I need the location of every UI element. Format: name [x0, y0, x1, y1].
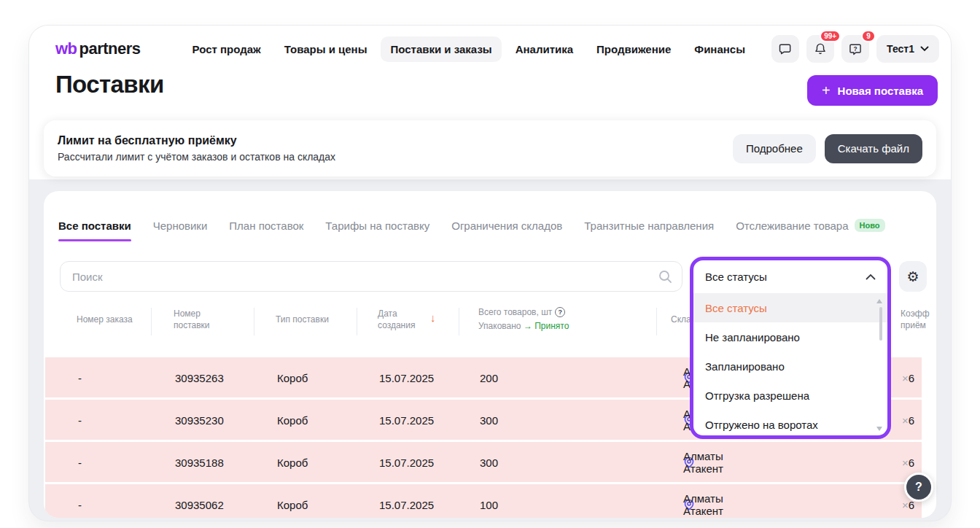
banner-subtitle: Рассчитали лимит с учётом заказов и оста…: [58, 151, 335, 163]
cell-date-created: 15.07.2025: [379, 414, 434, 426]
page-title: Поставки: [55, 71, 164, 98]
column-header-supply: Номер поставки: [174, 308, 225, 331]
brand-logo[interactable]: wb partners: [55, 39, 141, 58]
status-option[interactable]: Отгружено на воротах: [693, 410, 887, 439]
cell-warehouse: Алматы Атакент: [683, 499, 695, 510]
column-header-coefficient: Коэфф приём: [901, 308, 936, 331]
tab[interactable]: Тарифы на поставку: [325, 219, 429, 241]
banner-text: Лимит на бесплатную приёмку Рассчитали л…: [58, 134, 335, 163]
cell-order-number: -: [78, 414, 82, 426]
cell-date-created: 15.07.2025: [379, 371, 434, 384]
chevron-down-icon: [920, 46, 929, 52]
cell-supply-number: 30935263: [175, 371, 224, 384]
banner-title: Лимит на бесплатную приёмку: [58, 134, 335, 147]
chat-button[interactable]: [771, 35, 799, 63]
tab[interactable]: Ограничения складов: [451, 219, 562, 241]
search-icon: [658, 269, 672, 284]
new-supply-button[interactable]: + Новая поставка: [807, 75, 938, 106]
arrow-right-icon: →: [524, 321, 532, 331]
column-header-type: Тип поставки: [276, 314, 329, 325]
header-divider: [656, 308, 657, 335]
header-divider: [254, 308, 254, 335]
cell-total-items: 200: [480, 371, 498, 384]
table-row[interactable]: - 30935062 Короб 15.07.2025 100 Алматы А…: [45, 484, 922, 518]
status-option[interactable]: Не запланировано: [693, 322, 887, 352]
column-header-total: Всего товаров, шт? Упаковано → Принято: [478, 306, 569, 332]
supplies-card: Все поставкиЧерновикиПлан поставокТарифы…: [44, 191, 936, 518]
search-input[interactable]: [60, 261, 682, 292]
tab[interactable]: План поставок: [229, 219, 303, 241]
app-container: wb partners Рост продажТовары и ценыПост…: [29, 26, 951, 521]
sort-desc-icon[interactable]: ↓: [430, 311, 436, 324]
cell-acceptance-coefficient: ×6: [902, 456, 914, 468]
nav-item[interactable]: Финансы: [685, 36, 755, 62]
status-option[interactable]: Запланировано: [693, 352, 887, 381]
cell-supply-type: Короб: [277, 456, 308, 468]
table-row[interactable]: - 30935188 Короб 15.07.2025 300 Алматы А…: [45, 442, 922, 482]
column-header-date[interactable]: Дата создания: [378, 308, 424, 331]
cell-order-number: -: [78, 456, 82, 468]
cell-supply-type: Короб: [277, 498, 308, 510]
logo-wb: wb: [55, 39, 77, 58]
column-header-order: Номер заказа: [77, 314, 133, 325]
nav-item[interactable]: Товары и цены: [275, 36, 377, 62]
notifications-button[interactable]: 99+: [806, 35, 834, 63]
chat-icon: [778, 42, 793, 56]
cell-supply-number: 30935062: [175, 498, 224, 510]
cell-total-items: 300: [480, 456, 498, 468]
warehouse-name: Алматы Атакент: [683, 492, 723, 517]
status-selected-value: Все статусы: [705, 271, 767, 283]
header-divider: [459, 308, 459, 335]
topbar-actions: 99+ ? 9 Тест1: [771, 35, 939, 63]
cell-supply-type: Короб: [277, 414, 308, 426]
support-button[interactable]: ? 9: [841, 35, 869, 63]
nav-item[interactable]: Аналитика: [506, 36, 583, 62]
cell-supply-number: 30935230: [175, 414, 224, 426]
header-divider: [151, 308, 152, 335]
bell-icon: [813, 42, 828, 56]
help-fab-button[interactable]: ?: [904, 473, 933, 502]
cell-date-created: 15.07.2025: [379, 498, 434, 510]
details-button[interactable]: Подробнее: [733, 134, 816, 163]
nav-item[interactable]: Продвижение: [587, 36, 680, 62]
support-badge: 9: [861, 30, 876, 42]
scrollbar-thumb[interactable]: [879, 307, 882, 341]
svg-text:?: ?: [854, 45, 858, 53]
cell-total-items: 100: [480, 498, 498, 510]
warehouse-name: Алматы Атакент: [683, 450, 723, 475]
header-divider: [357, 308, 357, 335]
tab[interactable]: Все поставки: [58, 219, 131, 241]
cell-acceptance-coefficient: ×6: [902, 414, 914, 426]
limit-banner: Лимит на бесплатную приёмку Рассчитали л…: [44, 120, 936, 176]
status-option[interactable]: Отгрузка разрешена: [693, 381, 887, 410]
cell-total-items: 300: [480, 414, 498, 426]
status-select[interactable]: Все статусы: [693, 260, 887, 293]
top-navigation: wb partners Рост продажТовары и ценыПост…: [55, 34, 939, 63]
user-menu-button[interactable]: Тест1: [876, 35, 939, 63]
user-name: Тест1: [887, 43, 914, 55]
status-option[interactable]: Все статусы: [693, 293, 887, 322]
help-bubble-icon: ?: [848, 42, 863, 56]
main-nav: Рост продажТовары и ценыПоставки и заказ…: [183, 36, 755, 62]
tab[interactable]: Транзитные направления: [584, 219, 714, 241]
cell-order-number: -: [78, 371, 82, 384]
status-filter-dropdown: Все статусы Все статусыНе запланированоЗ…: [690, 257, 891, 439]
tab[interactable]: Отслеживание товараНово: [736, 219, 884, 241]
download-file-button[interactable]: Скачать файл: [825, 134, 922, 163]
banner-actions: Подробнее Скачать файл: [733, 134, 922, 163]
logo-partners: partners: [79, 39, 141, 58]
tabs-bar: Все поставкиЧерновикиПлан поставокТарифы…: [58, 219, 885, 241]
top-section: wb partners Рост продажТовары и ценыПост…: [29, 26, 951, 179]
cell-supply-number: 30935188: [175, 456, 224, 468]
chevron-up-icon: [866, 273, 876, 280]
tab[interactable]: Черновики: [153, 219, 208, 241]
notifications-badge: 99+: [820, 30, 841, 42]
cell-acceptance-coefficient: ×6: [902, 371, 914, 384]
scrollbar-up-arrow[interactable]: [876, 299, 882, 303]
nav-item[interactable]: Поставки и заказы: [381, 36, 501, 62]
gear-icon: ⚙: [906, 268, 919, 285]
scrollbar-down-arrow[interactable]: [876, 427, 882, 431]
nav-item[interactable]: Рост продаж: [183, 36, 271, 62]
table-settings-button[interactable]: ⚙: [899, 261, 927, 292]
info-icon[interactable]: ?: [555, 307, 565, 317]
